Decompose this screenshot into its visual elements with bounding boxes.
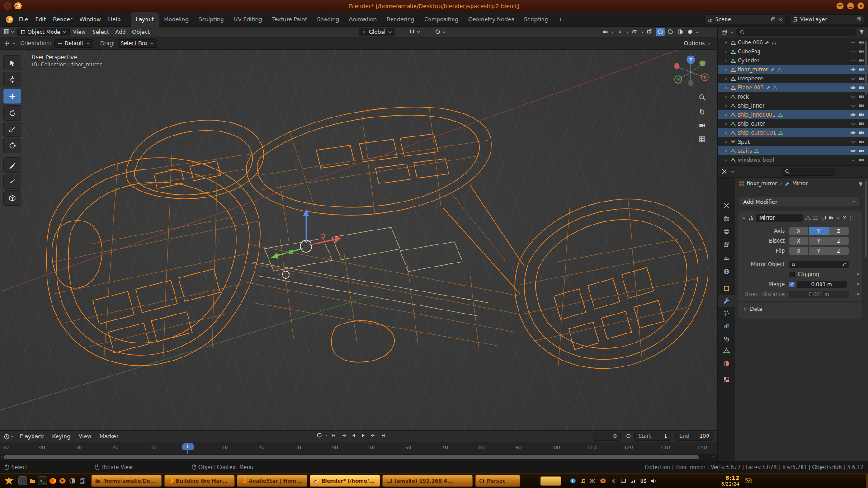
tab-texture-paint[interactable]: Texture Paint [267,12,312,27]
tab-render[interactable] [718,212,735,225]
tab-compositing[interactable]: Compositing [419,12,463,27]
modifier-name-field[interactable]: Mirror [756,214,803,222]
shading-wireframe-icon[interactable] [656,28,665,36]
outliner-row[interactable]: stairs [718,146,868,155]
outliner-row[interactable]: ship_outer.001 [718,128,868,137]
snap-chevron-icon[interactable] [416,30,420,34]
breadcrumb-modifier[interactable]: Mirror [793,180,808,187]
axis-y-button[interactable]: Y [809,227,828,235]
show-overlays-icon[interactable] [632,29,638,35]
tab-rendering[interactable]: Rendering [382,12,419,27]
hide-eye-icon[interactable] [850,94,856,99]
menu-add[interactable]: Add [112,29,129,35]
play-button[interactable] [359,432,368,439]
object-name[interactable]: Cube.006 [738,39,763,46]
outliner-row[interactable]: CubeFog [718,47,868,56]
menu-help[interactable]: Help [104,12,124,27]
merge-checkbox[interactable]: ✓ [789,282,795,287]
show-desktop-icon[interactable] [18,476,27,485]
flip-x-button[interactable]: X [789,247,808,255]
select-box-tool[interactable] [3,55,21,70]
animate-dot[interactable] [857,273,859,275]
tab-output[interactable] [718,225,735,237]
outliner-row[interactable]: rock [718,92,868,101]
disclosure-icon[interactable] [724,113,728,117]
visibility-icon[interactable] [602,29,608,35]
disable-render-camera-icon[interactable] [859,76,864,81]
tab-geometry-nodes[interactable]: Geometry Nodes [463,12,519,27]
disable-render-camera-icon[interactable] [859,139,864,145]
editor-type-icon[interactable] [4,29,9,35]
chevron-down-icon[interactable] [730,30,734,34]
zoom-icon[interactable] [697,92,708,103]
outliner-row[interactable]: ship_outer [718,119,868,128]
flip-y-button[interactable]: Y [809,247,828,255]
tab-particles[interactable] [718,307,735,319]
object-name[interactable]: stairs [738,148,752,154]
viewport-3d[interactable]: User Perspective (0) Collection | floor_… [0,50,717,430]
taskbar-window-browser-2[interactable]: AnalieStar | Hom... [237,475,307,487]
shading-rendered-icon[interactable] [685,28,694,36]
tab-object[interactable] [718,282,735,294]
hide-eye-icon[interactable] [850,58,856,63]
auto-keyframe-icon[interactable] [316,432,322,438]
shading-material-icon[interactable] [675,28,684,36]
tab-material[interactable] [718,357,735,370]
disclosure-icon[interactable] [724,77,728,81]
disable-render-camera-icon[interactable] [859,94,864,99]
tab-sculpting[interactable]: Sculpting [193,12,229,27]
object-name[interactable]: Plane.003 [738,84,764,91]
menu-object[interactable]: Object [129,29,153,35]
breadcrumb-object[interactable]: floor_mirror [747,180,777,187]
object-name[interactable]: windows_bool [738,157,774,163]
chevron-down-icon[interactable] [731,170,735,174]
scene-selector[interactable]: Scene [704,14,786,24]
tab-animation[interactable]: Animation [344,12,382,27]
disclosure-icon[interactable] [724,59,728,63]
outliner-row-active[interactable]: floor_mirror [718,65,868,74]
disable-render-camera-icon[interactable] [859,49,864,54]
object-name[interactable]: icosphere [738,75,763,82]
disclosure-icon[interactable] [724,68,728,72]
hide-eye-icon[interactable] [850,130,856,136]
axis-x-button[interactable]: X [789,227,808,235]
add-workspace-button[interactable]: + [553,12,567,27]
transform-tool[interactable] [3,138,21,153]
taskbar-window-parsec[interactable]: Parsec [475,475,520,487]
hide-eye-icon[interactable] [850,76,856,81]
tab-object-data[interactable] [718,344,735,357]
object-name[interactable]: CubeFog [738,48,760,55]
display-cage-icon[interactable] [805,215,811,221]
tab-modeling[interactable]: Modeling [159,12,194,27]
orientation-dropdown[interactable]: Default [54,39,93,48]
mirror-object-field[interactable] [789,261,849,268]
disable-render-camera-icon[interactable] [859,40,864,45]
network-icon[interactable] [630,478,636,484]
pan-hand-icon[interactable] [697,106,708,117]
terminal-icon[interactable]: >_ [38,476,47,485]
screenshot-tray-icon[interactable] [590,478,596,484]
editor-type-chevron-icon[interactable] [10,30,14,34]
hide-eye-icon[interactable] [850,139,856,145]
object-name[interactable]: ship_outer [738,121,765,127]
hide-eye-icon[interactable] [850,67,856,72]
frame-start-field[interactable]: Start 1 [634,432,671,441]
options-dropdown[interactable]: Options [684,40,713,47]
bisect-distance-field[interactable]: 0.001 m [789,291,849,298]
tab-uv-editing[interactable]: UV Editing [229,12,267,27]
hide-eye-icon[interactable] [850,112,856,117]
next-keyframe-button[interactable] [369,432,377,439]
outliner-search-input[interactable] [736,28,856,36]
chevron-down-icon[interactable] [611,30,614,34]
hide-eye-icon[interactable] [850,40,856,45]
menu-window[interactable]: Window [76,12,104,27]
outliner-row[interactable]: Cube.006 [718,38,868,47]
scale-tool[interactable] [3,122,21,137]
new-viewlayer-icon[interactable] [856,17,861,22]
object-name[interactable]: floor_mirror [738,66,768,73]
add-cube-tool[interactable] [3,190,21,206]
disable-render-camera-icon[interactable] [859,103,864,108]
show-gizmo-icon[interactable] [617,29,623,35]
collapse-chevron-icon[interactable] [742,216,746,220]
chevron-down-icon[interactable] [626,30,629,34]
